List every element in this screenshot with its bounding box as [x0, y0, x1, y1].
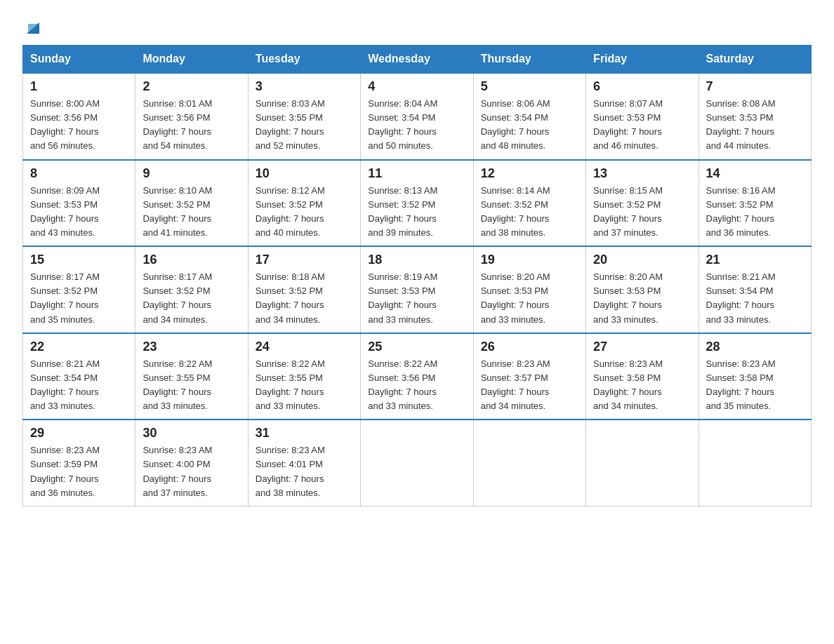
day-number: 26: [481, 340, 578, 354]
cell-0-5: 6 Sunrise: 8:07 AMSunset: 3:53 PMDayligh…: [586, 73, 699, 160]
day-number: 6: [593, 79, 691, 94]
day-number: 30: [143, 426, 240, 441]
day-number: 22: [30, 340, 128, 354]
day-info: Sunrise: 8:23 AMSunset: 3:58 PMDaylight:…: [593, 358, 663, 411]
day-info: Sunrise: 8:00 AMSunset: 3:56 PMDaylight:…: [30, 98, 100, 151]
day-info: Sunrise: 8:07 AMSunset: 3:53 PMDaylight:…: [593, 98, 663, 151]
day-info: Sunrise: 8:23 AMSunset: 3:58 PMDaylight:…: [706, 358, 776, 411]
cell-3-3: 25 Sunrise: 8:22 AMSunset: 3:56 PMDaylig…: [361, 333, 473, 420]
cell-1-0: 8 Sunrise: 8:09 AMSunset: 3:53 PMDayligh…: [23, 160, 135, 247]
day-info: Sunrise: 8:23 AMSunset: 4:00 PMDaylight:…: [143, 445, 212, 497]
cell-0-0: 1 Sunrise: 8:00 AMSunset: 3:56 PMDayligh…: [23, 73, 135, 160]
week-row-3: 15 Sunrise: 8:17 AMSunset: 3:52 PMDaylig…: [23, 246, 812, 333]
col-saturday: Saturday: [699, 46, 811, 74]
day-number: 16: [143, 253, 240, 267]
day-number: 21: [706, 253, 804, 267]
calendar-table: Sunday Monday Tuesday Wednesday Thursday…: [22, 45, 812, 507]
cell-4-1: 30 Sunrise: 8:23 AMSunset: 4:00 PMDaylig…: [135, 420, 248, 506]
day-number: 15: [30, 253, 128, 267]
day-info: Sunrise: 8:06 AMSunset: 3:54 PMDaylight:…: [481, 98, 550, 151]
day-number: 4: [368, 79, 465, 94]
cell-3-6: 28 Sunrise: 8:23 AMSunset: 3:58 PMDaylig…: [699, 333, 811, 420]
day-number: 3: [256, 79, 353, 94]
calendar-header-row: Sunday Monday Tuesday Wednesday Thursday…: [23, 46, 812, 74]
col-thursday: Thursday: [473, 46, 585, 74]
col-sunday: Sunday: [23, 46, 135, 74]
cell-1-2: 10 Sunrise: 8:12 AMSunset: 3:52 PMDaylig…: [248, 160, 360, 247]
cell-2-6: 21 Sunrise: 8:21 AMSunset: 3:54 PMDaylig…: [699, 246, 811, 333]
week-row-5: 29 Sunrise: 8:23 AMSunset: 3:59 PMDaylig…: [23, 420, 812, 506]
day-info: Sunrise: 8:23 AMSunset: 3:57 PMDaylight:…: [481, 358, 550, 411]
cell-2-2: 17 Sunrise: 8:18 AMSunset: 3:52 PMDaylig…: [248, 246, 360, 333]
day-number: 12: [481, 166, 578, 181]
day-number: 8: [30, 166, 128, 181]
cell-3-0: 22 Sunrise: 8:21 AMSunset: 3:54 PMDaylig…: [23, 333, 135, 420]
day-info: Sunrise: 8:09 AMSunset: 3:53 PMDaylight:…: [30, 185, 100, 238]
cell-1-1: 9 Sunrise: 8:10 AMSunset: 3:52 PMDayligh…: [135, 160, 248, 247]
day-info: Sunrise: 8:21 AMSunset: 3:54 PMDaylight:…: [30, 358, 100, 411]
day-info: Sunrise: 8:17 AMSunset: 3:52 PMDaylight:…: [143, 271, 212, 324]
page-header: [22, 17, 812, 34]
cell-0-3: 4 Sunrise: 8:04 AMSunset: 3:54 PMDayligh…: [361, 73, 473, 160]
day-info: Sunrise: 8:15 AMSunset: 3:52 PMDaylight:…: [593, 185, 663, 238]
day-number: 24: [256, 340, 353, 354]
cell-2-4: 19 Sunrise: 8:20 AMSunset: 3:53 PMDaylig…: [473, 246, 585, 333]
day-number: 2: [143, 79, 240, 94]
day-info: Sunrise: 8:22 AMSunset: 3:55 PMDaylight:…: [143, 358, 212, 411]
day-info: Sunrise: 8:23 AMSunset: 4:01 PMDaylight:…: [256, 445, 325, 497]
day-number: 14: [706, 166, 804, 181]
cell-4-6: [699, 420, 811, 506]
day-info: Sunrise: 8:16 AMSunset: 3:52 PMDaylight:…: [706, 185, 776, 238]
cell-2-0: 15 Sunrise: 8:17 AMSunset: 3:52 PMDaylig…: [23, 246, 135, 333]
day-number: 10: [256, 166, 353, 181]
cell-4-3: [361, 420, 473, 506]
day-info: Sunrise: 8:08 AMSunset: 3:53 PMDaylight:…: [706, 98, 776, 151]
day-number: 18: [368, 253, 465, 267]
week-row-1: 1 Sunrise: 8:00 AMSunset: 3:56 PMDayligh…: [23, 73, 812, 160]
col-tuesday: Tuesday: [248, 46, 360, 74]
day-info: Sunrise: 8:18 AMSunset: 3:52 PMDaylight:…: [256, 271, 325, 324]
cell-0-1: 2 Sunrise: 8:01 AMSunset: 3:56 PMDayligh…: [135, 73, 248, 160]
day-number: 7: [706, 79, 804, 94]
cell-1-4: 12 Sunrise: 8:14 AMSunset: 3:52 PMDaylig…: [473, 160, 585, 247]
day-info: Sunrise: 8:19 AMSunset: 3:53 PMDaylight:…: [368, 271, 437, 324]
cell-2-1: 16 Sunrise: 8:17 AMSunset: 3:52 PMDaylig…: [135, 246, 248, 333]
cell-3-2: 24 Sunrise: 8:22 AMSunset: 3:55 PMDaylig…: [248, 333, 360, 420]
logo: [22, 17, 42, 34]
day-info: Sunrise: 8:10 AMSunset: 3:52 PMDaylight:…: [143, 185, 212, 238]
day-info: Sunrise: 8:22 AMSunset: 3:56 PMDaylight:…: [368, 358, 437, 411]
day-info: Sunrise: 8:01 AMSunset: 3:56 PMDaylight:…: [143, 98, 212, 151]
day-info: Sunrise: 8:23 AMSunset: 3:59 PMDaylight:…: [30, 445, 100, 497]
cell-3-1: 23 Sunrise: 8:22 AMSunset: 3:55 PMDaylig…: [135, 333, 248, 420]
day-number: 9: [143, 166, 240, 181]
cell-3-5: 27 Sunrise: 8:23 AMSunset: 3:58 PMDaylig…: [586, 333, 699, 420]
cell-4-4: [473, 420, 585, 506]
day-number: 28: [706, 340, 804, 354]
day-number: 1: [30, 79, 128, 94]
day-number: 23: [143, 340, 240, 354]
day-number: 29: [30, 426, 128, 441]
day-number: 27: [593, 340, 691, 354]
cell-1-6: 14 Sunrise: 8:16 AMSunset: 3:52 PMDaylig…: [699, 160, 811, 247]
week-row-2: 8 Sunrise: 8:09 AMSunset: 3:53 PMDayligh…: [23, 160, 812, 247]
col-friday: Friday: [586, 46, 699, 74]
cell-2-3: 18 Sunrise: 8:19 AMSunset: 3:53 PMDaylig…: [361, 246, 473, 333]
day-number: 25: [368, 340, 465, 354]
cell-4-0: 29 Sunrise: 8:23 AMSunset: 3:59 PMDaylig…: [23, 420, 135, 506]
cell-2-5: 20 Sunrise: 8:20 AMSunset: 3:53 PMDaylig…: [586, 246, 699, 333]
cell-0-6: 7 Sunrise: 8:08 AMSunset: 3:53 PMDayligh…: [699, 73, 811, 160]
day-info: Sunrise: 8:13 AMSunset: 3:52 PMDaylight:…: [368, 185, 437, 238]
day-number: 31: [256, 426, 353, 441]
day-info: Sunrise: 8:17 AMSunset: 3:52 PMDaylight:…: [30, 271, 100, 324]
logo-triangle-icon: [24, 18, 42, 36]
cell-1-3: 11 Sunrise: 8:13 AMSunset: 3:52 PMDaylig…: [361, 160, 473, 247]
day-info: Sunrise: 8:14 AMSunset: 3:52 PMDaylight:…: [481, 185, 550, 238]
day-info: Sunrise: 8:04 AMSunset: 3:54 PMDaylight:…: [368, 98, 437, 151]
day-info: Sunrise: 8:03 AMSunset: 3:55 PMDaylight:…: [256, 98, 325, 151]
cell-3-4: 26 Sunrise: 8:23 AMSunset: 3:57 PMDaylig…: [473, 333, 585, 420]
col-wednesday: Wednesday: [361, 46, 473, 74]
day-info: Sunrise: 8:21 AMSunset: 3:54 PMDaylight:…: [706, 271, 776, 324]
col-monday: Monday: [135, 46, 248, 74]
day-info: Sunrise: 8:20 AMSunset: 3:53 PMDaylight:…: [481, 271, 550, 324]
cell-4-2: 31 Sunrise: 8:23 AMSunset: 4:01 PMDaylig…: [248, 420, 360, 506]
